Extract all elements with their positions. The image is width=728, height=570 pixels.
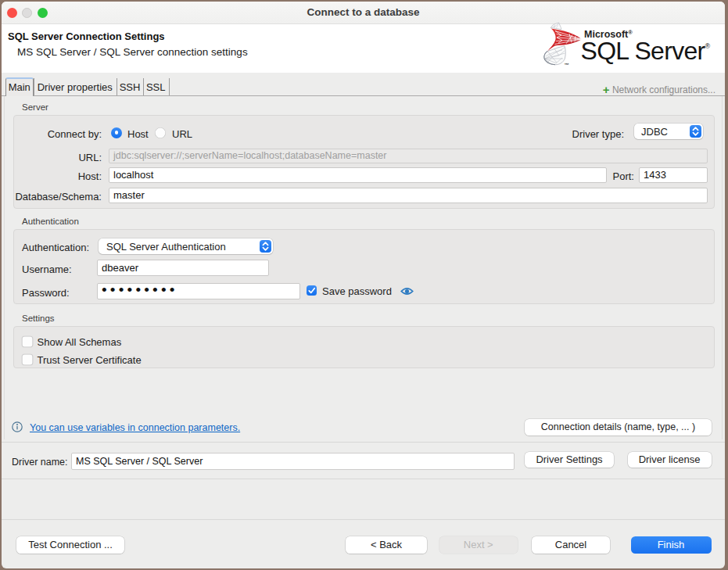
svg-text:™: ™ bbox=[565, 63, 569, 67]
svg-text:SQL Server®: SQL Server® bbox=[581, 37, 711, 65]
